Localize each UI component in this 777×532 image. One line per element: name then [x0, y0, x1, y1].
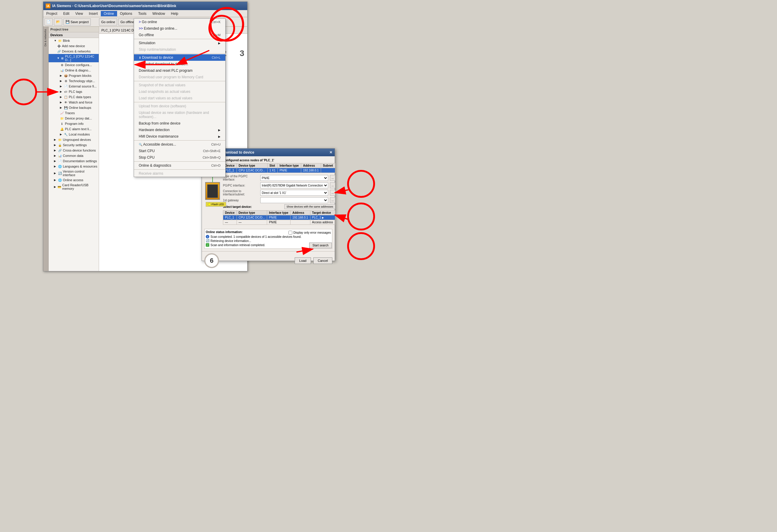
dropdown-extended-go-online[interactable]: >> Extended go online...: [134, 25, 225, 32]
dropdown-accessible-devices[interactable]: 🔍 Accessible devices... Ctrl+U: [134, 141, 225, 148]
dropdown-upload-software: Upload from device (software): [134, 103, 225, 109]
dropdown-backup-online[interactable]: Backup from online device: [134, 120, 225, 127]
status-icon-retrieve-2: 🔄: [206, 239, 209, 242]
dropdown-receive-alarms: Receive alarms: [134, 170, 225, 177]
col-device-type: Device type: [237, 164, 268, 168]
tree-item-program-blocks[interactable]: ▶ 📦 Program blocks: [48, 73, 99, 78]
tree-item-ungrouped[interactable]: ▶ 📁 Ungrouped devices: [48, 137, 99, 142]
tree-item-common-data[interactable]: ▶ 📊 Common data: [48, 153, 99, 158]
tree-item-plc-data-types[interactable]: ▶ 📋 PLC data types: [48, 94, 99, 100]
pgpc-type-info-btn[interactable]: ...: [330, 175, 335, 181]
tree-item-plc1[interactable]: ▼ 🖥 PLC_1 [CPU 1214C D...]: [48, 54, 99, 62]
expand-arrow-tech: ▶: [60, 80, 63, 83]
pgpc-type-select[interactable]: PN/IE: [260, 175, 328, 181]
svg-point-0: [11, 80, 36, 104]
target-cell-type-2: —: [237, 220, 267, 225]
target-table-row-2[interactable]: — — PN/IE Access address: [223, 220, 335, 225]
display-errors-label: Display only error messages: [294, 231, 331, 234]
display-errors-checkbox[interactable]: [289, 231, 292, 234]
title-bar: IA IA Siemens - C:\Users\LaborUser\Docum…: [43, 2, 247, 10]
dropdown-extended-download[interactable]: Extended download to device...: [134, 61, 225, 67]
dropdown-online-diagnostics[interactable]: Online & diagnostics Ctrl+D: [134, 162, 225, 169]
flash-led-btn[interactable]: Flash LED: [206, 202, 226, 207]
col-subnet: Subnet: [321, 164, 335, 168]
dropdown-simulation[interactable]: Simulation ▶: [134, 40, 225, 46]
tree-item-traces[interactable]: 📈 Traces: [48, 110, 99, 116]
toolbar-new-btn[interactable]: 📄: [44, 18, 53, 25]
dropdown-start-cpu[interactable]: Start CPU Ctrl+Shift+E: [134, 148, 225, 154]
menu-help[interactable]: Help: [168, 11, 182, 16]
tree-item-plc-alarm[interactable]: 🔔 PLC alarm text li...: [48, 126, 99, 132]
tree-item-plc-tags[interactable]: ▶ 🏷 PLC tags: [48, 89, 99, 94]
tree-item-online-access[interactable]: ▶ 🌐 Online access: [48, 177, 99, 183]
status-icon-ok-3: ✓: [206, 243, 209, 247]
traces-icon: 📈: [60, 111, 64, 115]
tree-item-blink[interactable]: ▼ 📁 Blink: [48, 38, 99, 43]
tree-item-devices-networks[interactable]: 🔗 Devices & networks: [48, 48, 99, 54]
dropdown-go-offline[interactable]: Go offline Ctrl+M: [134, 32, 225, 38]
target-table-row-1[interactable]: PLC_1 CPU 1214C DC/D... PN/IE 192.168.0.…: [223, 215, 335, 220]
menu-insert[interactable]: Insert: [86, 11, 101, 16]
pgpc-interface-select[interactable]: Intel(R) 82578DM Gigabit Network Connect…: [260, 182, 328, 188]
cancel-btn[interactable]: Cancel: [313, 257, 332, 264]
target-cell-type-1: CPU 1214C DC/D...: [237, 215, 267, 220]
siemens-icon: IA: [46, 4, 50, 8]
tree-item-online-diag[interactable]: 📊 Online & diagno...: [48, 68, 99, 73]
show-devices-btn[interactable]: Show devices with the same addresses: [284, 204, 335, 209]
dropdown-go-online[interactable]: > Go online Ctrl+K: [134, 19, 225, 25]
cell-interface-type: PN/IE: [278, 168, 301, 173]
dialog-close-btn[interactable]: ✕: [329, 150, 332, 154]
pgpc-interface-label: PG/PC interface:: [223, 184, 258, 187]
vertical-tab-de-networks[interactable]: De & networks: [43, 27, 48, 49]
menu-project[interactable]: Project: [43, 11, 60, 16]
start-search-btn[interactable]: Start search: [309, 242, 332, 248]
devices-tab[interactable]: Devices: [48, 32, 99, 38]
tree-item-technology[interactable]: ▶ ⚙ Technology obje...: [48, 78, 99, 84]
menu-edit[interactable]: Edit: [60, 11, 72, 16]
expand-arrow-ext: ▶: [60, 85, 63, 88]
connection-subnet-btn[interactable]: ...: [330, 190, 335, 196]
load-btn[interactable]: Load: [295, 257, 311, 264]
connection-subnet-row: Connection to interface/subnet: Direct a…: [223, 190, 335, 196]
dropdown-hardware-detection[interactable]: Hardware detection ▶: [134, 127, 225, 133]
hmi-gateway-btn[interactable]: ...: [330, 197, 335, 203]
dropdown-hmi-maintenance[interactable]: HMI Device maintenance ▶: [134, 133, 225, 140]
tree-item-external-source[interactable]: ▶ 📄 External source fi...: [48, 84, 99, 89]
dropdown-download-to-device[interactable]: ⬇ Download to device Ctrl+L: [134, 54, 225, 61]
hmi-gateway-select[interactable]: [260, 197, 328, 203]
save-project-btn[interactable]: 💾 Save project: [64, 18, 91, 25]
menu-tools[interactable]: Tools: [135, 11, 149, 16]
table-row[interactable]: PLC_1 CPU 1214C DC/D... 1 X1 PN/IE 192.1…: [223, 168, 335, 173]
menu-online[interactable]: Online: [101, 11, 117, 16]
tree-item-program-info[interactable]: ℹ Program info: [48, 121, 99, 126]
tree-item-add-device[interactable]: ➕ Add new device: [48, 43, 99, 48]
dropdown-download-reset[interactable]: Download and reset PLC program: [134, 67, 225, 74]
tree-item-online-backups[interactable]: ▶ 💾 Online backups: [48, 105, 99, 110]
menu-view[interactable]: View: [72, 11, 86, 16]
dropdown-stop-cpu[interactable]: Stop CPU Ctrl+Shift+Q: [134, 154, 225, 161]
target-col-target-device: Target device: [310, 211, 335, 215]
tree-item-device-proxy[interactable]: 📁 Device proxy dat...: [48, 116, 99, 121]
go-online-btn[interactable]: Go online: [99, 18, 117, 25]
submenu-arrow-hw: ▶: [218, 128, 221, 132]
menu-window[interactable]: Window: [149, 11, 168, 16]
target-device-table: Device Device type Interface type Addres…: [223, 210, 335, 225]
connection-subnet-select[interactable]: Direct at slot '1 X1': [260, 190, 328, 196]
tree-item-local-modules[interactable]: ▶ 🔧 Local modules: [48, 132, 99, 137]
tree-item-doc-settings[interactable]: ▶ 📄 Documentation settings: [48, 158, 99, 164]
tree-item-card-reader[interactable]: ▶ 💳 Card Reader/USB memory: [48, 183, 99, 191]
toolbar-open-btn[interactable]: 📂: [54, 18, 62, 25]
window-title: IA Siemens - C:\Users\LaborUser\Document…: [52, 4, 176, 8]
tree-item-device-config[interactable]: ⚙ Device configura...: [48, 62, 99, 68]
pgpc-interface-btn[interactable]: ...: [330, 182, 335, 188]
target-cell-device-1: PLC_1: [223, 215, 237, 220]
tree-item-watch-force[interactable]: ▶ 👁 Watch and force: [48, 100, 99, 105]
tags-icon: 🏷: [64, 90, 68, 94]
diag-icon: 📊: [60, 68, 64, 72]
configured-access-label: Configured access nodes of 'PLC_1': [223, 158, 335, 162]
tree-item-languages[interactable]: ▶ 🌐 Languages & resources: [48, 164, 99, 169]
tree-item-security[interactable]: ▶ 🔒 Security settings: [48, 142, 99, 148]
tree-item-version-control[interactable]: ▶ 🔄 Version control interface: [48, 169, 99, 177]
tree-item-cross-device[interactable]: ▶ 🔗 Cross-device functions: [48, 148, 99, 153]
menu-options[interactable]: Options: [117, 11, 135, 16]
